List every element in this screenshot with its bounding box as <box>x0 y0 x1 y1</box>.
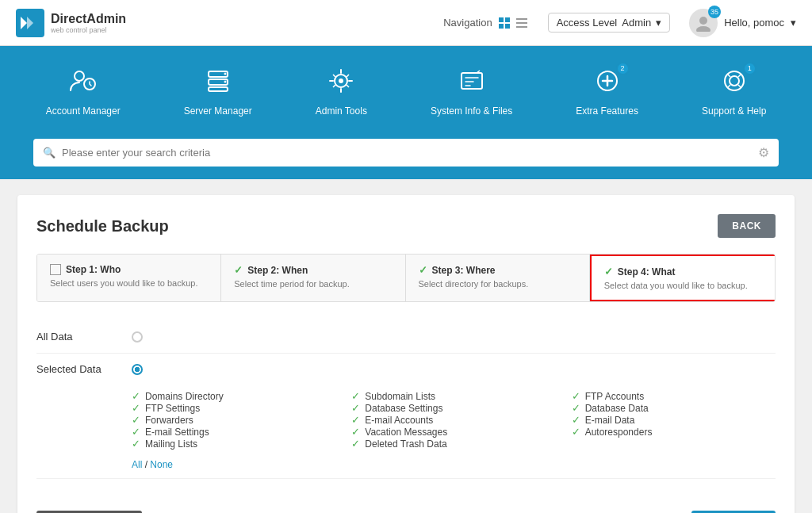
step1-title: Step 1: Who <box>66 264 121 275</box>
item-label: Database Settings <box>365 403 442 414</box>
all-data-radio[interactable] <box>132 331 143 343</box>
item-label: E-mail Accounts <box>365 415 433 426</box>
selected-data-control: ✓ Domains Directory ✓ FTP Settings ✓ For… <box>132 362 776 470</box>
access-level-dropdown[interactable]: Access Level Admin ▾ <box>548 13 670 33</box>
check-icon: ✓ <box>132 438 140 450</box>
step-1: Step 1: Who Select users you would like … <box>37 255 221 301</box>
item-label: E-mail Settings <box>145 427 209 438</box>
all-data-label: All Data <box>36 329 132 343</box>
svg-point-12 <box>75 71 84 81</box>
step4-title: Step 4: What <box>618 266 676 278</box>
selected-data-radio[interactable] <box>132 364 143 375</box>
item-label: Deleted Trash Data <box>365 438 446 450</box>
sidebar-item-server-manager[interactable]: Server Manager <box>152 59 284 124</box>
item-label: E-mail Data <box>585 415 635 426</box>
step4-check-icon: ✓ <box>604 266 613 278</box>
system-info-icon <box>458 67 486 99</box>
check-icon: ✓ <box>351 390 360 402</box>
step3-title: Step 3: Where <box>432 265 496 276</box>
header-right: Navigation Access Level Admin ▾ 35 Hello… <box>443 9 796 37</box>
system-info-label: System Info & Files <box>431 105 512 117</box>
list-item: ✓ E-mail Settings <box>132 426 335 438</box>
checkbox-col-2: ✓ Subdomain Lists ✓ Database Settings ✓ … <box>351 390 555 450</box>
item-label: Mailing Lists <box>145 438 197 450</box>
item-label: Domains Directory <box>145 391 224 402</box>
none-link[interactable]: None <box>150 459 173 470</box>
extra-features-icon: 2 <box>593 67 622 99</box>
all-link[interactable]: All <box>132 459 142 470</box>
sidebar-item-support-help[interactable]: 1 Support & Help <box>670 59 798 124</box>
bottom-bar: PREVIOUS STEP SCHEDULE <box>36 498 776 513</box>
support-help-icon: 1 <box>720 67 749 99</box>
support-help-label: Support & Help <box>702 105 766 117</box>
svg-point-17 <box>224 73 226 75</box>
search-input-wrap: 🔍 ⚙ <box>33 139 779 167</box>
logo-text: DirectAdmin web control panel <box>51 12 126 34</box>
navigation-menu[interactable]: Navigation <box>443 16 528 30</box>
svg-line-28 <box>727 85 730 88</box>
logo: DirectAdmin web control panel <box>16 9 126 37</box>
page-header: Schedule Backup BACK <box>36 214 776 238</box>
all-data-row: All Data <box>36 321 776 354</box>
form-section: All Data Selected Data ✓ Domains Direc <box>36 321 776 479</box>
list-item: ✓ E-mail Data <box>572 414 776 426</box>
item-label: Vacation Messages <box>365 427 447 438</box>
checkbox-col-3: ✓ FTP Accounts ✓ Database Data ✓ E-mail … <box>572 390 776 450</box>
grid-view-icon[interactable] <box>497 16 511 30</box>
svg-rect-9 <box>516 26 527 28</box>
svg-point-24 <box>730 76 739 86</box>
logo-sub: web control panel <box>51 26 126 34</box>
svg-line-25 <box>727 75 730 78</box>
account-manager-icon <box>69 67 98 99</box>
selected-data-row: Selected Data ✓ Domains Directory ✓ <box>36 354 776 479</box>
check-icon: ✓ <box>132 426 140 438</box>
avatar: 35 <box>689 9 718 37</box>
checkbox-grid: ✓ Domains Directory ✓ FTP Settings ✓ For… <box>132 390 776 450</box>
step-2: ✓ Step 2: When Select time period for ba… <box>221 255 405 301</box>
svg-rect-5 <box>499 24 504 29</box>
sidebar-item-account-manager[interactable]: Account Manager <box>14 59 152 124</box>
checkbox-col-1: ✓ Domains Directory ✓ FTP Settings ✓ For… <box>132 390 335 450</box>
gear-icon[interactable]: ⚙ <box>758 145 769 160</box>
check-icon: ✓ <box>132 390 140 402</box>
step-4: ✓ Step 4: What Select data you would lik… <box>590 255 775 301</box>
navigation-label: Navigation <box>443 17 492 29</box>
item-label: Forwarders <box>145 415 193 426</box>
page-title: Schedule Backup <box>36 217 169 235</box>
sidebar-item-system-info[interactable]: System Info & Files <box>399 59 544 124</box>
list-item: ✓ Vacation Messages <box>351 426 555 438</box>
access-level-value: Admin <box>622 17 651 29</box>
svg-point-11 <box>696 26 710 32</box>
all-none-links: All / None <box>132 459 776 470</box>
chevron-down-icon: ▾ <box>656 17 661 29</box>
step3-check-icon: ✓ <box>419 264 427 276</box>
check-icon: ✓ <box>351 438 360 450</box>
header: DirectAdmin web control panel Navigation… <box>0 0 812 46</box>
extra-features-label: Extra Features <box>576 105 638 117</box>
all-data-control <box>132 329 776 345</box>
avatar-badge: 35 <box>708 6 721 18</box>
list-item: ✓ Domains Directory <box>132 390 335 402</box>
item-label: FTP Settings <box>145 403 200 414</box>
svg-rect-3 <box>499 17 504 22</box>
nav-view-icons <box>497 16 529 30</box>
account-manager-label: Account Manager <box>46 105 121 117</box>
list-item: ✓ Database Data <box>572 402 776 414</box>
sidebar-item-admin-tools[interactable]: Admin Tools <box>284 59 399 124</box>
list-item: ✓ Mailing Lists <box>132 438 335 450</box>
admin-tools-label: Admin Tools <box>316 105 367 117</box>
svg-rect-7 <box>516 18 527 20</box>
sidebar-item-extra-features[interactable]: 2 Extra Features <box>544 59 670 124</box>
check-icon: ✓ <box>351 402 360 414</box>
list-item: ✓ FTP Accounts <box>572 390 776 402</box>
step1-box <box>50 264 61 275</box>
search-input[interactable] <box>62 147 758 159</box>
back-button[interactable]: BACK <box>718 214 776 238</box>
step4-desc: Select data you would like to backup. <box>604 281 762 290</box>
user-section[interactable]: 35 Hello, pomoc ▾ <box>689 9 796 37</box>
list-item: ✓ FTP Settings <box>132 402 335 414</box>
svg-line-26 <box>738 85 741 88</box>
list-view-icon[interactable] <box>515 16 529 30</box>
svg-point-18 <box>224 81 226 83</box>
step2-check-icon: ✓ <box>234 264 243 276</box>
